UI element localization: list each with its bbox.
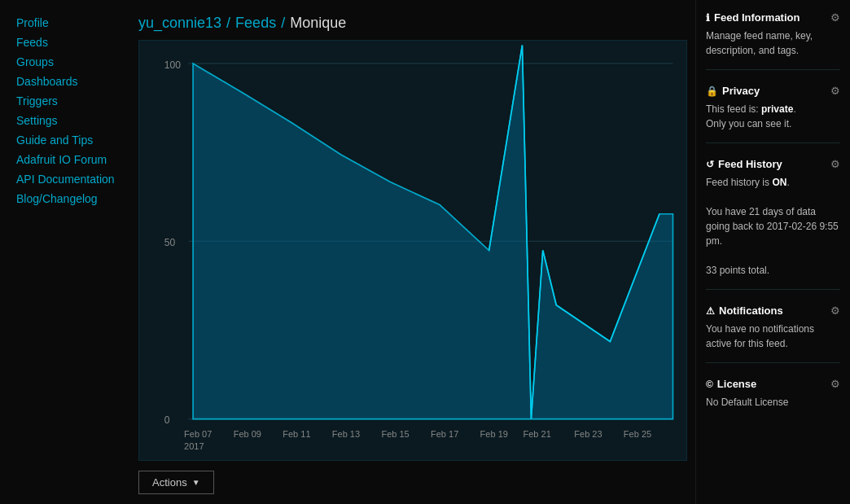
license-title: © License [706,378,756,390]
x-label-2017: 2017 [184,440,204,450]
privacy-status: private [761,103,793,115]
sidebar-item-groups[interactable]: Groups [16,55,122,68]
actions-button[interactable]: Actions ▼ [138,471,214,494]
chart-container: 100 50 0 Feb 07 2017 Feb 09 Feb 11 Feb 1… [138,40,687,461]
x-label-feb09: Feb 09 [234,429,261,439]
sidebar-item-guide[interactable]: Guide and Tips [16,134,122,147]
sidebar-item-blog[interactable]: Blog/Changelog [16,192,122,205]
actions-label: Actions [152,476,187,489]
feed-history-title: ↺ Feed History [706,158,782,170]
license-gear-button[interactable]: ⚙ [830,378,840,390]
feed-info-section: ℹ Feed Information ⚙ Manage feed name, k… [706,11,840,70]
license-section: © License ⚙ No Default License [706,378,840,421]
y-label-100: 100 [164,59,181,70]
breadcrumb-sep1: / [226,15,230,32]
privacy-title: 🔒 Privacy [706,85,760,97]
breadcrumb-current: Monique [290,15,346,32]
x-label-feb21: Feb 21 [524,429,551,439]
feed-info-gear-button[interactable]: ⚙ [830,11,840,24]
y-label-0: 0 [164,414,170,426]
breadcrumb-feeds[interactable]: Feeds [235,15,276,32]
chart-svg: 100 50 0 Feb 07 2017 Feb 09 Feb 11 Feb 1… [139,41,686,460]
notifications-gear-button[interactable]: ⚙ [830,305,840,317]
history-status: ON [772,177,786,188]
x-label-feb07: Feb 07 [184,429,212,439]
privacy-gear-button[interactable]: ⚙ [830,85,840,97]
privacy-section: 🔒 Privacy ⚙ This feed is: private. Only … [706,85,840,143]
breadcrumb-sep2: / [281,15,285,32]
privacy-body: This feed is: private. Only you can see … [706,102,840,131]
notifications-body: You have no notifications active for thi… [706,322,840,351]
notifications-header: ⚠ Notifications ⚙ [706,305,840,317]
feed-history-header: ↺ Feed History ⚙ [706,158,840,170]
x-label-feb15: Feb 15 [381,429,409,439]
sidebar-item-forum[interactable]: Adafruit IO Forum [16,153,122,166]
feed-history-gear-button[interactable]: ⚙ [830,158,840,170]
license-header: © License ⚙ [706,378,840,390]
y-label-50: 50 [164,237,176,248]
sidebar-item-feeds[interactable]: Feeds [16,36,122,49]
feed-info-title: ℹ Feed Information [706,11,800,24]
dropdown-arrow-icon: ▼ [192,478,200,487]
feed-info-body: Manage feed name, key, description, and … [706,28,840,58]
license-body: No Default License [706,395,840,410]
x-label-feb11: Feb 11 [283,429,310,439]
sidebar-item-triggers[interactable]: Triggers [16,94,122,107]
breadcrumb-user[interactable]: yu_connie13 [138,15,221,32]
main-content: yu_connie13 / Feeds / Monique 100 50 0 F… [130,0,695,504]
sidebar-item-dashboards[interactable]: Dashboards [16,75,122,88]
copyright-icon: © [706,379,713,390]
feed-history-section: ↺ Feed History ⚙ Feed history is ON. You… [706,158,840,290]
notifications-title: ⚠ Notifications [706,305,783,317]
actions-area: Actions ▼ [130,461,695,504]
sidebar-item-settings[interactable]: Settings [16,114,122,127]
right-panel: ℹ Feed Information ⚙ Manage feed name, k… [695,0,850,504]
history-icon: ↺ [706,159,714,170]
sidebar-item-api[interactable]: API Documentation [16,173,122,186]
sidebar: Profile Feeds Groups Dashboards Triggers… [0,0,130,504]
breadcrumb: yu_connie13 / Feeds / Monique [130,0,695,40]
warning-icon: ⚠ [706,305,715,317]
x-label-feb13: Feb 13 [332,429,360,439]
feed-info-header: ℹ Feed Information ⚙ [706,11,840,24]
chart-area [193,46,673,419]
privacy-header: 🔒 Privacy ⚙ [706,85,840,97]
info-icon: ℹ [706,12,710,24]
x-label-feb19: Feb 19 [480,429,508,439]
x-label-feb25: Feb 25 [624,429,651,439]
x-label-feb23: Feb 23 [574,429,602,439]
lock-icon: 🔒 [706,85,718,97]
notifications-section: ⚠ Notifications ⚙ You have no notificati… [706,305,840,363]
feed-history-body: Feed history is ON. You have 21 days of … [706,175,840,278]
sidebar-item-profile[interactable]: Profile [16,16,122,29]
x-label-feb17: Feb 17 [431,429,458,439]
